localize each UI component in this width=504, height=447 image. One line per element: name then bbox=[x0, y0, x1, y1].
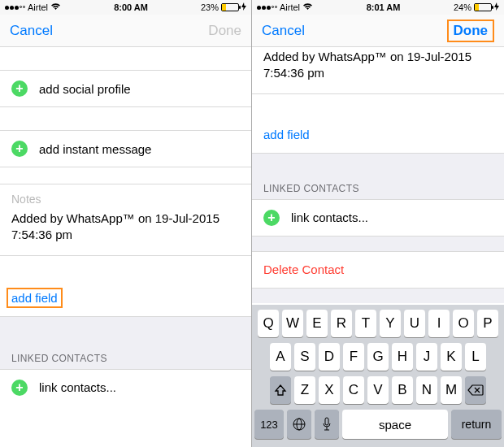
key-m[interactable]: M bbox=[441, 376, 462, 404]
done-button[interactable]: Done bbox=[454, 23, 489, 38]
charging-icon bbox=[494, 2, 499, 12]
key-a[interactable]: A bbox=[270, 343, 291, 371]
key-e[interactable]: E bbox=[306, 310, 328, 337]
add-social-profile-row[interactable]: + add social profile bbox=[0, 71, 251, 106]
content-area: Added by WhatsApp™ on 19-Jul-2015 7:54:3… bbox=[252, 47, 504, 303]
numbers-key[interactable]: 123 bbox=[254, 410, 284, 439]
link-contacts-row[interactable]: + link contacts... bbox=[252, 200, 504, 236]
delete-contact-row[interactable]: Delete Contact bbox=[252, 252, 504, 288]
linked-contacts-header: LINKED CONTACTS bbox=[0, 317, 251, 369]
done-highlight: Done bbox=[447, 20, 495, 42]
signal-dots-icon bbox=[5, 6, 25, 10]
cancel-button[interactable]: Cancel bbox=[262, 23, 305, 39]
key-d[interactable]: D bbox=[319, 343, 340, 371]
row-label: link contacts... bbox=[291, 210, 368, 224]
key-x[interactable]: X bbox=[319, 376, 340, 404]
keyboard-row-3: ZXCVBNM bbox=[254, 376, 502, 404]
add-field-row[interactable]: add field bbox=[252, 117, 504, 153]
plus-icon: + bbox=[11, 141, 28, 157]
add-field-row[interactable]: add field bbox=[0, 280, 251, 316]
key-z[interactable]: Z bbox=[294, 376, 315, 404]
signal-dots-icon bbox=[257, 6, 277, 10]
add-instant-message-row[interactable]: + add instant message bbox=[0, 131, 251, 167]
phone-right: Airtel 8:01 AM 24% Cancel Done Ad bbox=[252, 0, 504, 447]
key-c[interactable]: C bbox=[343, 376, 364, 404]
battery-percent: 23% bbox=[201, 2, 219, 12]
status-time: 8:01 AM bbox=[367, 2, 401, 12]
keyboard-row-1: QWERTYUIOP bbox=[254, 310, 502, 337]
key-r[interactable]: R bbox=[331, 310, 352, 337]
row-label: add instant message bbox=[39, 142, 151, 156]
carrier-label: Airtel bbox=[280, 2, 300, 12]
key-y[interactable]: Y bbox=[380, 310, 401, 337]
key-l[interactable]: L bbox=[465, 343, 486, 371]
cancel-button[interactable]: Cancel bbox=[10, 23, 53, 39]
phone-left: Airtel 8:00 AM 23% Cancel Done + bbox=[0, 0, 252, 447]
notes-label: Notes bbox=[11, 193, 240, 206]
keyboard: QWERTYUIOP ASDFGHJKL ZXCVBNM 123 bbox=[252, 305, 504, 447]
key-b[interactable]: B bbox=[392, 376, 413, 404]
key-g[interactable]: G bbox=[367, 343, 389, 371]
key-v[interactable]: V bbox=[367, 376, 389, 404]
status-bar: Airtel 8:00 AM 23% bbox=[0, 0, 251, 15]
key-i[interactable]: I bbox=[428, 310, 450, 337]
key-u[interactable]: U bbox=[404, 310, 425, 337]
space-key[interactable]: space bbox=[342, 410, 448, 439]
notes-text: Added by WhatsApp™ on 19-Jul-2015 7:54:3… bbox=[11, 210, 240, 244]
notes-block[interactable]: Added by WhatsApp™ on 19-Jul-2015 7:54:3… bbox=[252, 47, 504, 93]
battery-percent: 24% bbox=[454, 2, 471, 12]
linked-contacts-header: LINKED CONTACTS bbox=[252, 154, 504, 199]
notes-text: Added by WhatsApp™ on 19-Jul-2015 7:54:3… bbox=[263, 49, 493, 82]
add-field-label: add field bbox=[263, 128, 310, 141]
add-field-label: add field bbox=[7, 288, 63, 308]
battery-icon bbox=[221, 3, 239, 11]
key-t[interactable]: T bbox=[355, 310, 376, 337]
delete-contact-label: Delete Contact bbox=[263, 263, 344, 276]
carrier-label: Airtel bbox=[28, 2, 48, 12]
globe-key[interactable] bbox=[287, 410, 311, 439]
shift-key[interactable] bbox=[270, 376, 291, 404]
charging-icon bbox=[241, 2, 246, 12]
key-s[interactable]: S bbox=[294, 343, 315, 371]
notes-block[interactable]: Notes Added by WhatsApp™ on 19-Jul-2015 … bbox=[0, 184, 251, 255]
status-bar: Airtel 8:01 AM 24% bbox=[252, 0, 504, 15]
plus-icon: + bbox=[11, 380, 28, 396]
row-label: link contacts... bbox=[39, 380, 116, 394]
backspace-key[interactable] bbox=[465, 376, 486, 404]
svg-rect-3 bbox=[325, 418, 328, 425]
keyboard-row-4: 123 space return bbox=[254, 410, 502, 439]
wifi-icon bbox=[302, 2, 313, 12]
key-h[interactable]: H bbox=[392, 343, 413, 371]
key-f[interactable]: F bbox=[343, 343, 364, 371]
plus-icon: + bbox=[11, 80, 28, 97]
battery-icon bbox=[474, 3, 492, 11]
content-area: + add social profile + add instant messa… bbox=[0, 47, 251, 447]
done-button[interactable]: Done bbox=[208, 23, 241, 39]
plus-icon: + bbox=[263, 210, 280, 226]
key-j[interactable]: J bbox=[416, 343, 437, 371]
mic-key[interactable] bbox=[315, 410, 339, 439]
key-k[interactable]: K bbox=[441, 343, 462, 371]
link-contacts-row[interactable]: + link contacts... bbox=[0, 370, 251, 406]
key-q[interactable]: Q bbox=[258, 310, 279, 337]
keyboard-row-2: ASDFGHJKL bbox=[254, 343, 502, 371]
key-o[interactable]: O bbox=[453, 310, 474, 337]
nav-bar: Cancel Done bbox=[252, 15, 504, 47]
key-w[interactable]: W bbox=[282, 310, 303, 337]
status-time: 8:00 AM bbox=[114, 2, 148, 12]
nav-bar: Cancel Done bbox=[0, 15, 251, 47]
wifi-icon bbox=[50, 2, 61, 12]
key-p[interactable]: P bbox=[477, 310, 498, 337]
return-key[interactable]: return bbox=[451, 410, 502, 439]
key-n[interactable]: N bbox=[416, 376, 437, 404]
row-label: add social profile bbox=[39, 82, 131, 96]
